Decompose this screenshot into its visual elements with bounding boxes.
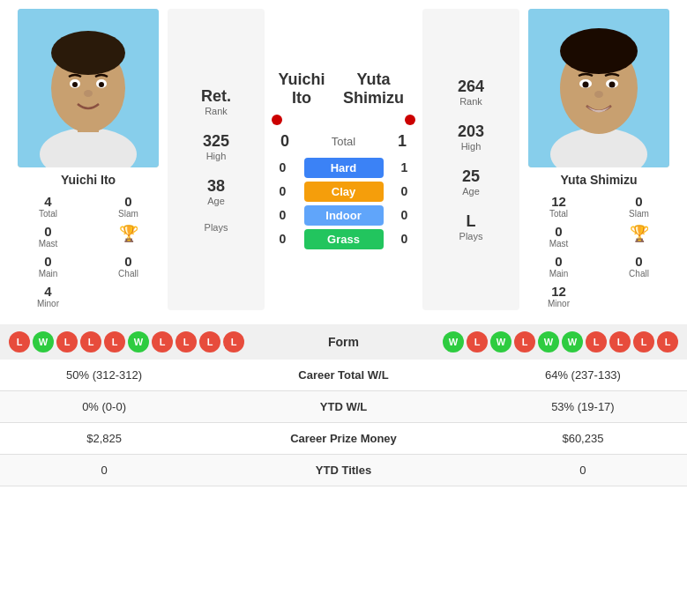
right-high-label: High <box>461 141 482 152</box>
left-flag <box>272 115 282 125</box>
right-form-badge-4: W <box>538 331 559 353</box>
surface-badge-grass: Grass <box>304 229 384 249</box>
flag-row <box>272 115 415 125</box>
svg-point-9 <box>84 90 93 97</box>
ret-value: Ret. <box>201 87 231 106</box>
surface-right-score: 1 <box>393 160 415 174</box>
left-total-label: Total <box>39 209 57 219</box>
left-minor-value: 4 <box>44 284 51 299</box>
left-minor-label: Minor <box>37 299 59 308</box>
table-cell-right-2: $60,235 <box>479 423 687 455</box>
table-cell-center-3: YTD Titles <box>208 455 479 486</box>
right-chall-cell: 0 Chall <box>600 252 678 280</box>
left-slam-label: Slam <box>118 209 138 219</box>
right-chall-lbl: Chall <box>629 269 649 278</box>
left-age-item: 38 Age <box>207 177 225 206</box>
right-total-lbl: Total <box>549 209 568 219</box>
right-mast-val: 0 <box>555 224 562 239</box>
table-cell-center-2: Career Prize Money <box>208 423 479 455</box>
right-plays-label: Plays <box>459 231 483 241</box>
right-rank-label: Rank <box>459 96 482 107</box>
right-minor-val: 12 <box>551 284 566 299</box>
table-cell-left-1: 0% (0-0) <box>0 391 208 423</box>
left-total-score: 0 <box>272 132 298 151</box>
player-right-photo <box>528 9 669 167</box>
table-cell-right-1: 53% (19-17) <box>479 391 687 423</box>
left-form-badge-5: W <box>128 331 149 353</box>
right-minor-cell: 12 Minor <box>519 282 598 310</box>
player-right: Yuta Shimizu 12 Total 0 Slam 0 Mast 🏆 <box>519 9 678 310</box>
right-trophy-cell: 🏆 <box>600 222 678 250</box>
table-cell-right-3: 0 <box>479 455 687 486</box>
right-slam-lbl: Slam <box>629 209 649 219</box>
svg-point-14 <box>560 28 638 74</box>
svg-point-17 <box>583 82 589 88</box>
right-high-item: 203 High <box>458 122 484 152</box>
left-name-header: Yuichi Ito <box>272 71 332 108</box>
svg-point-19 <box>594 91 603 98</box>
left-form-badge-8: L <box>199 331 220 353</box>
surface-rows: 0 Hard 1 0 Clay 0 0 Indoor 0 0 Grass 0 <box>272 158 415 249</box>
left-high-item: 325 High <box>203 132 229 161</box>
player-left-photo <box>18 9 159 167</box>
left-center-stats: Ret. Rank 325 High 38 Age Plays <box>168 9 265 310</box>
right-plays-value: L <box>467 212 476 231</box>
surface-right-score: 0 <box>393 232 415 246</box>
svg-point-8 <box>99 82 104 87</box>
surface-right-score: 0 <box>393 184 415 198</box>
surface-badge-hard: Hard <box>304 158 384 178</box>
right-form-badge-0: W <box>443 331 464 353</box>
left-slam-value: 0 <box>124 194 131 209</box>
left-mast-cell: 0 Mast <box>9 222 87 250</box>
left-trophy-icon: 🏆 <box>119 224 138 243</box>
right-main-lbl: Main <box>549 269 569 278</box>
left-high-value: 325 <box>203 132 229 151</box>
left-chall-cell: 0 Chall <box>89 252 168 280</box>
table-row-1: 0% (0-0) YTD W/L 53% (19-17) <box>0 391 687 423</box>
table-cell-center-0: Career Total W/L <box>208 360 479 391</box>
left-total-value: 4 <box>44 194 51 209</box>
left-plays-item: Plays <box>205 222 228 233</box>
right-trophy-icon: 🏆 <box>630 224 649 243</box>
left-chall-value: 0 <box>124 254 131 269</box>
right-minor-lbl: Minor <box>548 299 570 308</box>
left-chall-label: Chall <box>118 269 138 278</box>
left-form-badge-1: W <box>33 331 54 353</box>
table-row-0: 50% (312-312) Career Total W/L 64% (237-… <box>0 360 687 391</box>
right-name-header: Yuta Shimizu <box>332 71 415 108</box>
right-rank-value: 264 <box>458 78 484 96</box>
main-container: Yuichi Ito 4 Total 0 Slam 0 Mast 🏆 <box>0 0 687 486</box>
player-name-row: Yuichi Ito Yuta Shimizu <box>272 71 415 108</box>
left-minor-cell: 4 Minor <box>9 282 87 310</box>
svg-point-18 <box>609 82 616 88</box>
right-age-label: Age <box>462 186 480 197</box>
surface-badge-clay: Clay <box>304 182 384 202</box>
ret-rank-item: Ret. Rank <box>201 87 231 116</box>
left-form-badge-3: L <box>80 331 101 353</box>
player-left-stats: 4 Total 0 Slam 0 Mast 🏆 0 Main <box>9 192 168 310</box>
table-row-2: $2,825 Career Prize Money $60,235 <box>0 423 687 455</box>
right-form-badge-5: W <box>562 331 583 353</box>
right-total-score: 1 <box>389 132 415 151</box>
stats-table: 50% (312-312) Career Total W/L 64% (237-… <box>0 360 687 486</box>
left-main-label: Main <box>39 269 58 278</box>
right-chall-val: 0 <box>635 254 642 269</box>
right-slam-val: 0 <box>635 194 642 209</box>
left-total-cell: 4 Total <box>9 192 87 220</box>
form-section: LWLLLWLLLL Form WLWLWWLLLL <box>0 324 687 360</box>
surface-right-score: 0 <box>393 208 415 222</box>
right-flag <box>405 115 415 125</box>
right-total-cell: 12 Total <box>519 192 598 220</box>
right-high-value: 203 <box>458 122 484 141</box>
left-form-badges: LWLLLWLLLL <box>9 331 244 353</box>
left-trophy-cell: 🏆 <box>89 222 168 250</box>
form-label: Form <box>244 335 443 349</box>
left-age-value: 38 <box>207 177 225 196</box>
right-center-stats: 264 Rank 203 High 25 Age L Plays <box>422 9 519 310</box>
table-cell-center-1: YTD W/L <box>208 391 479 423</box>
surface-left-score: 0 <box>272 184 294 198</box>
left-main-cell: 0 Main <box>9 252 87 280</box>
left-mast-value: 0 <box>44 224 51 239</box>
rank-label: Rank <box>205 106 228 116</box>
table-cell-left-0: 50% (312-312) <box>0 360 208 391</box>
